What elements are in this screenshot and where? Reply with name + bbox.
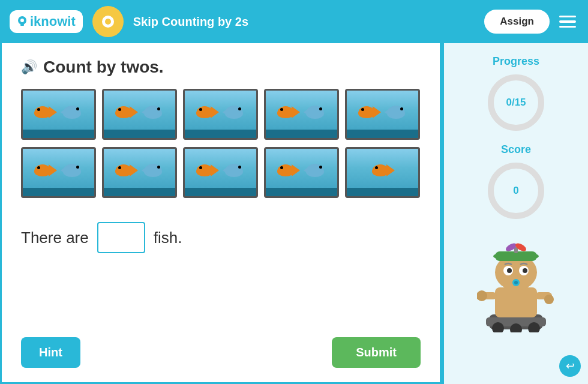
character-illustration	[474, 238, 558, 334]
logo: iknowit	[10, 10, 83, 33]
fish-container	[358, 104, 407, 120]
fish-blue-4	[304, 104, 326, 120]
fish-orange-6	[34, 163, 56, 178]
progress-value: 0/15	[506, 97, 526, 109]
fish-tank	[264, 89, 339, 140]
fish-tank	[345, 147, 420, 198]
fish-orange-3	[196, 105, 218, 119]
hint-button[interactable]: Hint	[21, 337, 80, 368]
logo-bulb-icon	[17, 15, 28, 28]
fish-container	[372, 163, 394, 178]
fish-blue-7	[142, 163, 164, 178]
fish-container	[196, 104, 245, 120]
fish-orange-10	[372, 163, 394, 178]
left-panel: 🔊 Count by twos.	[0, 43, 442, 384]
robot-character-svg	[477, 239, 555, 332]
fish-blue-3	[223, 104, 245, 120]
fish-tank	[21, 147, 96, 198]
assign-button[interactable]: Assign	[484, 10, 550, 34]
sentence-after: fish.	[154, 229, 182, 247]
progress-label: Progress	[493, 55, 539, 68]
question-instruction: Count by twos.	[43, 58, 164, 77]
fish-tank	[183, 89, 258, 140]
fish-orange-9	[277, 163, 299, 178]
back-button[interactable]: ↩	[559, 355, 581, 377]
fish-orange-1	[34, 105, 56, 119]
menu-line-2	[559, 20, 576, 23]
fish-tank	[183, 147, 258, 198]
back-icon: ↩	[566, 359, 575, 373]
menu-button[interactable]	[557, 13, 578, 31]
svg-point-25	[514, 281, 518, 284]
fish-blue-1	[61, 104, 83, 120]
answer-input[interactable]	[98, 223, 144, 252]
submit-button[interactable]: Submit	[332, 337, 421, 368]
lesson-badge-dot	[105, 19, 111, 25]
svg-point-28	[507, 268, 512, 273]
fish-blue-5	[385, 104, 407, 120]
fish-container	[115, 163, 164, 178]
fish-blue-2	[142, 104, 164, 120]
score-circle: 0	[486, 161, 546, 221]
lesson-badge	[92, 6, 124, 37]
progress-circle: 0/15	[486, 73, 546, 133]
answer-box[interactable]	[97, 222, 145, 253]
fish-tank	[264, 147, 339, 198]
svg-rect-1	[20, 24, 24, 26]
score-value: 0	[513, 185, 518, 197]
fish-container	[277, 163, 326, 178]
fish-orange-8	[196, 163, 218, 178]
menu-line-3	[559, 26, 576, 28]
fish-blue-8	[223, 163, 245, 178]
fish-container	[34, 104, 83, 120]
main-content: 🔊 Count by twos.	[0, 43, 588, 384]
menu-line-1	[559, 16, 576, 18]
fish-grid	[21, 89, 421, 198]
svg-point-29	[523, 268, 527, 273]
fish-blue-9	[304, 163, 326, 178]
fish-container	[277, 104, 326, 120]
lesson-badge-inner	[102, 16, 114, 28]
svg-point-2	[20, 19, 24, 22]
header: iknowit Skip Counting by 2s Assign	[0, 0, 588, 43]
svg-rect-12	[495, 287, 537, 317]
svg-point-16	[544, 295, 554, 304]
fish-row-2	[21, 147, 421, 198]
fish-container	[34, 163, 83, 178]
fish-tank	[345, 89, 420, 140]
logo-text: iknowit	[30, 14, 76, 29]
progress-section: Progress 0/15	[454, 55, 578, 133]
sentence-before: There are	[21, 229, 89, 247]
fish-tank	[102, 147, 177, 198]
fish-orange-2	[115, 105, 137, 119]
score-label: Score	[501, 143, 531, 156]
fish-blue-6	[61, 163, 83, 178]
fish-orange-4	[277, 105, 299, 119]
fish-tank	[21, 89, 96, 140]
svg-point-14	[477, 290, 487, 301]
header-right: Assign	[484, 10, 578, 34]
fish-row-1	[21, 89, 421, 140]
lesson-title: Skip Counting by 2s	[133, 15, 475, 29]
question-header: 🔊 Count by twos.	[21, 58, 421, 77]
fish-tank	[102, 89, 177, 140]
bottom-buttons: Hint Submit	[21, 331, 421, 368]
fish-container	[196, 163, 245, 178]
speaker-icon[interactable]: 🔊	[21, 59, 37, 75]
right-panel: Progress 0/15 Score 0	[444, 43, 588, 384]
answer-section: There are fish.	[21, 222, 421, 253]
fish-orange-7	[115, 163, 137, 178]
fish-orange-5	[358, 105, 380, 119]
score-section: Score 0	[454, 143, 578, 221]
fish-container	[115, 104, 164, 120]
